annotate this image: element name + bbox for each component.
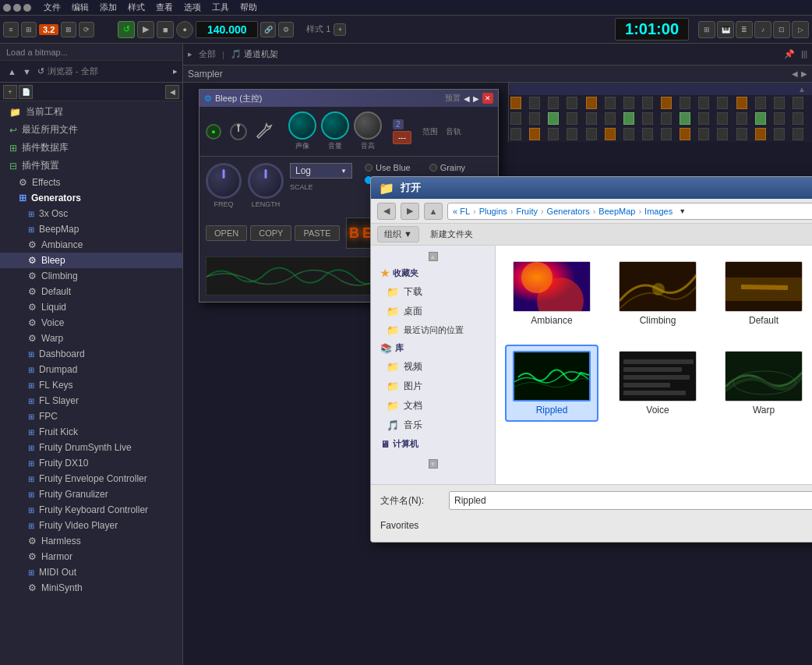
transport-icon-4[interactable]: ⟳ xyxy=(79,22,94,37)
pad-3-10[interactable] xyxy=(680,128,690,140)
sidebar-item-recent[interactable]: ↩ 最近所用文件 xyxy=(0,121,182,139)
sidebar-doc-btn[interactable]: 📄 xyxy=(19,85,33,99)
toolbar-arrow[interactable]: ▸ xyxy=(173,66,178,76)
path-seg-3[interactable]: Fruity xyxy=(516,207,538,216)
style-add-btn[interactable]: + xyxy=(334,23,346,36)
pad-1-16[interactable] xyxy=(793,97,803,109)
loop-btn[interactable]: ↺ xyxy=(118,21,135,38)
tb-arr-left[interactable]: ◀ xyxy=(792,69,798,78)
link-btn[interactable]: 🔗 xyxy=(260,22,276,37)
pad-3-5[interactable] xyxy=(586,128,597,140)
sidebar-item-plugin-presets[interactable]: ⊟ 插件预置 xyxy=(0,157,182,175)
file-item-rippled[interactable]: Rippled xyxy=(505,345,598,422)
piano-btn[interactable]: 🎹 xyxy=(717,21,734,38)
step-btn[interactable]: ≣ xyxy=(736,21,753,38)
tb-arr-right[interactable]: ▶ xyxy=(801,69,807,78)
pad-1-12[interactable] xyxy=(717,97,728,109)
sidebar-item-plugin-db[interactable]: ⊞ 插件数据库 xyxy=(0,139,182,157)
pad-3-7[interactable] xyxy=(623,128,634,140)
pad-1-14[interactable] xyxy=(755,97,766,109)
pad-3-8[interactable] xyxy=(642,128,653,140)
pad-2-14[interactable] xyxy=(755,112,766,125)
pad-3-13[interactable] xyxy=(736,128,747,140)
nav-forward-btn[interactable]: ▶ xyxy=(401,203,419,220)
toolbar-btn-3[interactable]: ↺ xyxy=(34,66,48,76)
toolbar-btn-1[interactable]: ▲ xyxy=(5,67,19,76)
pad-2-13[interactable] xyxy=(736,112,747,125)
transport-icon-3[interactable]: ⊠ xyxy=(61,22,76,37)
filename-input[interactable] xyxy=(449,491,812,510)
bleep-power-icon[interactable]: ● xyxy=(206,124,221,140)
bleep-close-btn[interactable]: ✕ xyxy=(482,93,493,104)
sidebar-item-fruity-kb[interactable]: ⊞ Fruity Keyboard Controller xyxy=(0,502,182,518)
pad-2-16[interactable] xyxy=(793,112,803,125)
pad-2-4[interactable] xyxy=(567,112,577,125)
render-btn[interactable]: ▷ xyxy=(792,21,809,38)
sidebar-item-midi-out[interactable]: ⊞ MIDI Out xyxy=(0,564,182,580)
pad-1-7[interactable] xyxy=(623,97,634,109)
sidebar-item-harmless[interactable]: ⚙ Harmless xyxy=(0,533,182,549)
pad-3-16[interactable] xyxy=(793,128,803,140)
nav-item-desktop[interactable]: 📁 桌面 xyxy=(371,302,495,321)
pad-3-15[interactable] xyxy=(774,128,785,140)
pad-3-1[interactable] xyxy=(510,128,521,140)
toolbar-btn-2[interactable]: ▼ xyxy=(19,67,34,76)
pad-1-1[interactable] xyxy=(510,97,521,109)
pad-1-9[interactable] xyxy=(661,97,672,109)
sidebar-item-fpc[interactable]: ⊞ FPC xyxy=(0,409,182,424)
pad-1-8[interactable] xyxy=(642,97,653,109)
pad-3-4[interactable] xyxy=(567,128,577,140)
menu-edit[interactable]: 编辑 xyxy=(67,1,94,15)
pad-2-8[interactable] xyxy=(642,112,653,125)
voice-channel-btn[interactable]: --- xyxy=(393,131,411,144)
open-btn[interactable]: OPEN xyxy=(206,225,247,241)
pitch-knob[interactable] xyxy=(354,111,382,140)
path-seg-4[interactable]: Generators xyxy=(547,207,590,216)
nav-scroll-up[interactable]: ▲ xyxy=(429,252,438,261)
sidebar-item-liquid[interactable]: ⚙ Liquid xyxy=(0,299,182,315)
sidebar-item-default[interactable]: ⚙ Default xyxy=(0,284,182,299)
pads-collapse[interactable]: ▲ xyxy=(798,85,806,94)
transport-icon-2[interactable]: ⊞ xyxy=(21,22,37,37)
sidebar-item-voice[interactable]: ⚙ Voice xyxy=(0,315,182,331)
mixer-btn[interactable]: ⊞ xyxy=(698,21,715,38)
pad-2-7[interactable] xyxy=(623,112,634,125)
pad-2-12[interactable] xyxy=(717,112,728,125)
record-btn[interactable]: ● xyxy=(176,21,193,38)
organize-btn[interactable]: 组织 ▼ xyxy=(377,226,419,242)
path-seg-6[interactable]: Images xyxy=(644,207,673,216)
file-item-climbing[interactable]: Climbing xyxy=(611,255,704,332)
menu-add[interactable]: 添加 xyxy=(95,1,122,15)
pad-1-13[interactable] xyxy=(736,97,747,109)
playlist-btn[interactable]: ♪ xyxy=(754,21,771,38)
settings-btn[interactable]: ⚙ xyxy=(278,22,294,37)
pad-3-2[interactable] xyxy=(529,128,540,140)
sidebar-item-drumpad[interactable]: ⊞ Drumpad xyxy=(0,362,182,377)
use-blue-option[interactable]: Use Blue xyxy=(365,163,411,172)
voice-knob[interactable] xyxy=(288,111,316,140)
ct-pin-icon[interactable]: 📌 xyxy=(784,49,795,59)
nav-item-download[interactable]: 📁 下载 xyxy=(371,282,495,302)
path-seg-2[interactable]: Plugins xyxy=(479,207,507,216)
sidebar-item-fruity-gran[interactable]: ⊞ Fruity Granulizer xyxy=(0,486,182,502)
sidebar-item-flslayer[interactable]: ⊞ FL Slayer xyxy=(0,393,182,409)
menu-file[interactable]: 文件 xyxy=(39,1,65,15)
pad-1-10[interactable] xyxy=(680,97,690,109)
nav-scroll-down[interactable]: ▼ xyxy=(429,459,438,469)
file-item-ambiance[interactable]: Ambiance xyxy=(505,255,598,332)
sidebar-item-minisynth[interactable]: ⚙ MiniSynth xyxy=(0,580,182,596)
freq-knob[interactable] xyxy=(206,163,242,199)
pad-1-15[interactable] xyxy=(774,97,785,109)
nav-item-pictures[interactable]: 📁 图片 xyxy=(371,377,495,396)
sidebar-item-climbing[interactable]: ⚙ Climbing xyxy=(0,268,182,284)
sidebar-item-ambiance[interactable]: ⚙ Ambiance xyxy=(0,237,182,253)
file-item-default[interactable]: Default xyxy=(717,255,810,332)
nav-item-recent[interactable]: 📁 最近访问的位置 xyxy=(371,321,495,339)
pad-2-15[interactable] xyxy=(774,112,785,125)
stop-btn[interactable]: ■ xyxy=(157,21,174,38)
pad-2-9[interactable] xyxy=(661,112,672,125)
sidebar-item-dashboard[interactable]: ⊞ Dashboard xyxy=(0,346,182,362)
sidebar-item-warp[interactable]: ⚙ Warp xyxy=(0,331,182,346)
pad-3-6[interactable] xyxy=(605,128,616,140)
sidebar-item-current-project[interactable]: 📁 当前工程 xyxy=(0,103,182,121)
